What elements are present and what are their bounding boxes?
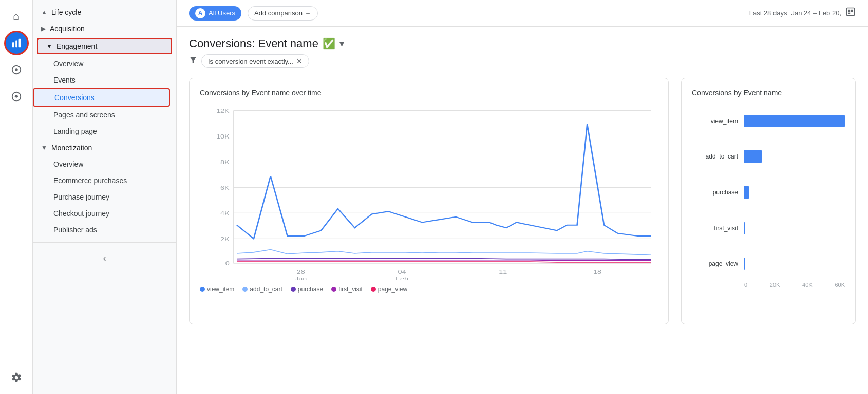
- reports-icon: [11, 37, 22, 49]
- bar-chart-title: Conversions by Event name: [692, 89, 845, 97]
- bar-row-view-item: view_item: [692, 115, 845, 127]
- main-content: A All Users Add comparison ＋ Last 28 day…: [177, 0, 868, 394]
- bar-row-first-visit: first_visit: [692, 222, 845, 234]
- bar-fill-purchase: [744, 186, 749, 199]
- bar-row-add-to-cart: add_to_cart: [692, 150, 845, 163]
- acquisition-section[interactable]: ▶ Acquisition: [33, 21, 176, 37]
- svg-text:2K: 2K: [220, 235, 230, 242]
- legend-page-view: page_view: [371, 286, 407, 293]
- engagement-section[interactable]: ▼ Engagement: [37, 38, 172, 54]
- bar-fill-first-visit: [744, 222, 745, 234]
- page-header: Conversions: Event name ✅ ▾: [189, 37, 856, 50]
- monetization-section[interactable]: ▼ Monetization: [33, 140, 176, 156]
- sidebar-item-checkout-journey[interactable]: Checkout journey: [33, 205, 172, 222]
- settings-icon: [11, 372, 22, 383]
- bar-track-purchase: [744, 186, 845, 199]
- svg-text:8K: 8K: [220, 159, 230, 165]
- filter-icon: [189, 56, 197, 66]
- svg-rect-1: [15, 41, 17, 48]
- advertising-icon: [11, 91, 22, 102]
- explore-icon: [11, 64, 22, 75]
- reports-nav-item[interactable]: [4, 31, 29, 55]
- sidebar-item-ecommerce[interactable]: Ecommerce purchases: [33, 172, 172, 189]
- legend-dot-page-view: [371, 287, 376, 292]
- bar-track-view-item: [744, 115, 845, 127]
- sidebar-item-purchase-journey[interactable]: Purchase journey: [33, 189, 172, 205]
- icon-navigation: ⌂: [0, 0, 33, 394]
- bar-label-page-view: page_view: [692, 260, 738, 267]
- legend-dot-view-item: [200, 287, 205, 292]
- bar-axis-20k: 20K: [770, 282, 780, 288]
- export-icon: [845, 7, 856, 17]
- sidebar-item-overview[interactable]: Overview: [33, 55, 172, 72]
- bar-axis-60k: 60K: [835, 282, 845, 288]
- home-nav-item[interactable]: ⌂: [4, 4, 29, 29]
- svg-rect-0: [12, 42, 14, 47]
- svg-text:Feb: Feb: [395, 275, 408, 280]
- svg-text:4K: 4K: [220, 210, 230, 216]
- export-button[interactable]: [845, 7, 856, 19]
- bar-label-first-visit: first_visit: [692, 225, 738, 232]
- bar-track-page-view: [744, 258, 845, 270]
- svg-text:6K: 6K: [220, 184, 230, 191]
- page-title: Conversions: Event name: [189, 37, 318, 50]
- title-dropdown-button[interactable]: ▾: [339, 38, 344, 49]
- sidebar-divider: [33, 242, 176, 243]
- bar-label-purchase: purchase: [692, 189, 738, 196]
- bar-track-add-to-cart: [744, 150, 845, 163]
- add-comparison-label: Add comparison: [254, 9, 303, 17]
- svg-text:12K: 12K: [216, 107, 230, 114]
- user-chip[interactable]: A All Users: [189, 6, 241, 21]
- content-area: Conversions: Event name ✅ ▾ Is conversio…: [177, 27, 868, 394]
- svg-rect-6: [847, 8, 855, 16]
- bar-label-view-item: view_item: [692, 117, 738, 125]
- filter-chip[interactable]: Is conversion event exactly... ✕: [201, 54, 309, 68]
- filter-remove-icon[interactable]: ✕: [296, 57, 303, 65]
- sidebar-collapse-button[interactable]: ‹: [33, 247, 176, 270]
- sidebar-item-landing[interactable]: Landing page: [33, 123, 172, 140]
- monetization-label: Monetization: [51, 144, 92, 152]
- settings-nav-item[interactable]: [4, 365, 29, 390]
- svg-text:11: 11: [499, 269, 507, 275]
- top-bar: A All Users Add comparison ＋ Last 28 day…: [177, 0, 868, 27]
- sidebar: ▲ Life cycle ▶ Acquisition ▼ Engagement …: [33, 0, 177, 394]
- top-bar-left: A All Users Add comparison ＋: [189, 6, 318, 21]
- bar-axis: 0 20K 40K 60K: [744, 282, 845, 288]
- date-period: Jan 24 – Feb 20,: [791, 9, 841, 17]
- legend-dot-add-to-cart: [242, 287, 248, 292]
- add-comparison-button[interactable]: Add comparison ＋: [248, 6, 318, 21]
- sidebar-item-publisher-ads[interactable]: Publisher ads: [33, 222, 172, 238]
- bar-fill-view-item: [744, 115, 845, 127]
- line-chart-container: Conversions by Event name over time 12K: [189, 78, 669, 324]
- svg-text:10K: 10K: [216, 133, 230, 140]
- svg-point-4: [15, 68, 18, 71]
- sidebar-item-conversions[interactable]: Conversions: [33, 88, 170, 107]
- svg-rect-7: [848, 10, 850, 12]
- bar-label-add-to-cart: add_to_cart: [692, 153, 738, 160]
- sidebar-item-monetization-overview[interactable]: Overview: [33, 156, 172, 172]
- bar-row-page-view: page_view: [692, 258, 845, 270]
- add-comparison-icon: ＋: [305, 9, 311, 18]
- user-chip-label: All Users: [209, 9, 235, 17]
- sidebar-item-pages[interactable]: Pages and screens: [33, 107, 172, 123]
- acquisition-label: Acquisition: [50, 25, 85, 33]
- user-chip-letter: A: [195, 8, 205, 18]
- svg-text:Jan: Jan: [295, 275, 307, 280]
- acquisition-chevron-icon: ▶: [41, 25, 46, 32]
- advertising-nav-item[interactable]: [4, 84, 29, 109]
- engagement-chevron-icon: ▼: [46, 43, 52, 50]
- engagement-label: Engagement: [56, 42, 97, 50]
- lifecycle-label: Life cycle: [51, 8, 81, 16]
- legend-first-visit: first_visit: [331, 286, 363, 293]
- chart-legend: view_item add_to_cart purchase first_vis…: [200, 286, 658, 293]
- svg-text:28: 28: [297, 269, 305, 275]
- sidebar-item-events[interactable]: Events: [33, 72, 172, 88]
- lifecycle-section[interactable]: ▲ Life cycle: [33, 4, 176, 21]
- legend-dot-purchase: [291, 287, 296, 292]
- svg-rect-8: [851, 10, 853, 12]
- svg-text:04: 04: [398, 269, 406, 275]
- lifecycle-chevron-icon: ▲: [41, 9, 47, 16]
- date-range-area: Last 28 days Jan 24 – Feb 20,: [749, 7, 856, 19]
- explore-nav-item[interactable]: [4, 57, 29, 82]
- filter-text: Is conversion event exactly...: [208, 57, 293, 65]
